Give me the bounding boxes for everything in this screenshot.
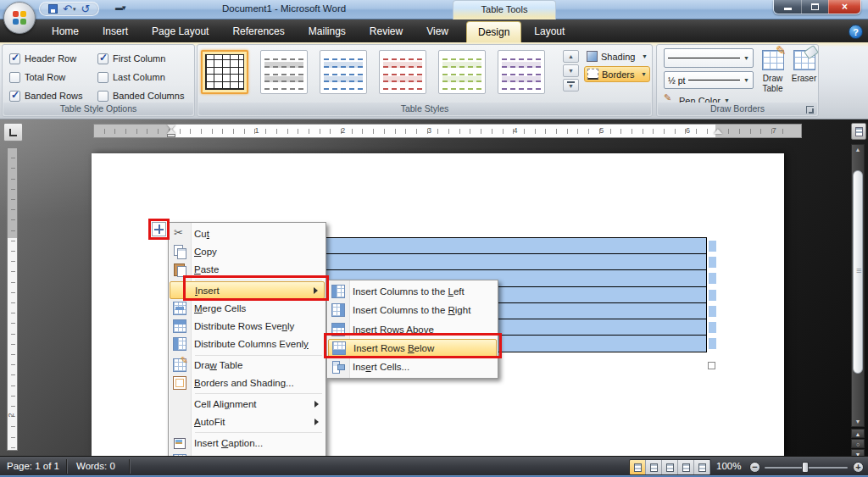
- table-style-thumb-light-style-green[interactable]: [438, 50, 486, 94]
- select-browse-object-button[interactable]: ○: [851, 439, 865, 448]
- left-indent-marker[interactable]: [167, 134, 175, 137]
- table-style-thumb-light-style-gray[interactable]: [260, 50, 308, 94]
- menu-item-insert-columns-left[interactable]: Insert Columns to the Left: [328, 282, 497, 301]
- menu-item-copy[interactable]: Copy: [170, 242, 325, 260]
- close-button[interactable]: ×: [828, 0, 860, 14]
- web-layout-icon: [666, 463, 674, 472]
- draw-table-button[interactable]: Draw Table: [758, 48, 787, 104]
- office-button[interactable]: [3, 2, 36, 34]
- view-ruler-toggle-button[interactable]: [851, 123, 866, 140]
- borders-button[interactable]: Borders ▼: [584, 66, 650, 82]
- vertical-ruler: 2: [7, 147, 18, 451]
- zoom-slider-thumb[interactable]: [802, 462, 809, 473]
- tab-references[interactable]: References: [221, 21, 295, 42]
- menu-item-insert-caption[interactable]: Insert Caption...: [170, 434, 325, 452]
- word-count[interactable]: Words: 0: [76, 461, 115, 471]
- menu-item-distribute-columns-evenly[interactable]: Distribute Columns Evenly: [170, 336, 325, 353]
- menu-item-distribute-rows-evenly[interactable]: Distribute Rows Evenly: [170, 318, 325, 336]
- table-style-thumb-light-style-red[interactable]: [379, 50, 426, 94]
- help-button[interactable]: ?: [849, 25, 863, 39]
- gallery-more-button[interactable]: ▼: [563, 79, 579, 92]
- zoom-out-button[interactable]: −: [749, 462, 760, 473]
- line-weight-value: ½ pt: [668, 75, 685, 86]
- table-style-thumb-table-grid[interactable]: [201, 50, 248, 94]
- group-table-style-options: Header RowTotal RowBanded RowsFirst Colu…: [2, 44, 195, 117]
- merge-icon: [173, 302, 186, 315]
- right-indent-marker[interactable]: [714, 129, 722, 134]
- print-layout-view-button[interactable]: [630, 460, 646, 474]
- checkbox-first-column[interactable]: First Column: [97, 49, 184, 68]
- tab-insert[interactable]: Insert: [92, 21, 139, 42]
- web-layout-view-button[interactable]: [662, 460, 678, 474]
- tab-mailings[interactable]: Mailings: [298, 21, 357, 42]
- tab-home[interactable]: Home: [41, 21, 90, 42]
- minimize-button[interactable]: [774, 0, 801, 14]
- menu-item-cell-alignment[interactable]: Cell Alignment: [170, 395, 325, 413]
- customize-qat-button[interactable]: ▬▾: [115, 3, 125, 12]
- scroll-up-icon[interactable]: ▲: [852, 147, 864, 153]
- restore-button[interactable]: [801, 0, 828, 14]
- table-resize-handle[interactable]: [708, 362, 715, 369]
- line-style-combo[interactable]: ▼: [664, 48, 754, 68]
- checkbox-icon[interactable]: [97, 53, 108, 64]
- undo-dropdown-icon[interactable]: ▾: [73, 3, 76, 14]
- draft-view-button[interactable]: [694, 460, 710, 474]
- outline-view-button[interactable]: [678, 460, 694, 474]
- menu-item-draw-table[interactable]: Draw Table: [170, 357, 325, 374]
- checkbox-last-column[interactable]: Last Column: [97, 68, 184, 86]
- menu-item-label: Merge Cells: [194, 303, 246, 313]
- page-indicator[interactable]: Page: 1 of 1: [7, 461, 59, 471]
- next-page-button[interactable]: ▼: [851, 449, 865, 456]
- ribbon-tab-row: HomeInsertPage LayoutReferencesMailingsR…: [0, 19, 868, 42]
- checkbox-icon[interactable]: [9, 53, 20, 64]
- table-grid-preview: [205, 54, 244, 90]
- tab-layout[interactable]: Layout: [523, 21, 576, 42]
- ruler-number: 1: [252, 126, 262, 135]
- shading-button[interactable]: Shading ▼: [584, 48, 650, 64]
- gallery-scroll-down-button[interactable]: ▼: [563, 64, 579, 77]
- horizontal-ruler[interactable]: 1234567: [93, 124, 802, 138]
- tab-design[interactable]: Design: [466, 21, 521, 42]
- tab-view[interactable]: View: [415, 21, 459, 42]
- tab-review[interactable]: Review: [359, 21, 414, 42]
- vertical-ruler-number: 2: [7, 413, 15, 417]
- ribbon: Header RowTotal RowBanded RowsFirst Colu…: [0, 42, 868, 119]
- previous-page-button[interactable]: ▲: [851, 429, 865, 438]
- zoom-level[interactable]: 100%: [716, 461, 741, 471]
- checkbox-icon[interactable]: [97, 91, 108, 102]
- full-screen-reading-view-button[interactable]: [646, 460, 662, 474]
- ruler-number: 5: [597, 126, 607, 135]
- zoom-in-button[interactable]: +: [853, 462, 864, 473]
- redo-button[interactable]: ↺: [81, 3, 90, 14]
- scroll-down-icon[interactable]: ▼: [852, 419, 864, 424]
- dialog-launcher-icon[interactable]: [806, 106, 814, 114]
- checkbox-icon[interactable]: [9, 91, 20, 102]
- context-tab-group-label: Table Tools: [453, 0, 556, 19]
- style-preview: [264, 54, 303, 90]
- menu-item-merge-cells[interactable]: Merge Cells: [170, 299, 325, 317]
- checkbox-icon[interactable]: [9, 72, 20, 83]
- menu-item-cut[interactable]: Cut: [170, 225, 325, 242]
- menu-item-autofit[interactable]: AutoFit: [170, 413, 325, 431]
- tab-page-layout[interactable]: Page Layout: [141, 21, 220, 42]
- checkbox-header-row[interactable]: Header Row: [9, 49, 97, 68]
- checkbox-icon[interactable]: [97, 72, 108, 83]
- vertical-scrollbar[interactable]: ▲ ▼: [851, 144, 865, 427]
- scrollbar-thumb[interactable]: [853, 170, 863, 374]
- undo-button[interactable]: ↶▾: [63, 3, 75, 14]
- caption-icon: [173, 436, 186, 450]
- menu-item-borders-and-shading[interactable]: Borders and Shading...: [170, 374, 325, 392]
- table-style-thumb-light-style-purple[interactable]: [498, 50, 545, 94]
- menu-item-insert-columns-right[interactable]: Insert Columns to the Right: [328, 301, 497, 319]
- draft-icon: [698, 463, 706, 472]
- eraser-button[interactable]: Eraser: [789, 48, 819, 104]
- checkbox-label: Total Row: [25, 72, 65, 82]
- menu-item-table-properties[interactable]: Table Properties...: [170, 452, 325, 456]
- checkbox-total-row[interactable]: Total Row: [9, 68, 97, 86]
- tab-stop-selector-button[interactable]: [3, 123, 23, 141]
- save-button[interactable]: [48, 4, 58, 14]
- menu-item-insert-cells[interactable]: Insert Cells...: [328, 358, 497, 376]
- gallery-scroll-up-button[interactable]: ▲: [563, 50, 579, 63]
- table-style-thumb-light-style-blue[interactable]: [320, 50, 367, 94]
- line-weight-combo[interactable]: ½ pt ▼: [664, 71, 754, 89]
